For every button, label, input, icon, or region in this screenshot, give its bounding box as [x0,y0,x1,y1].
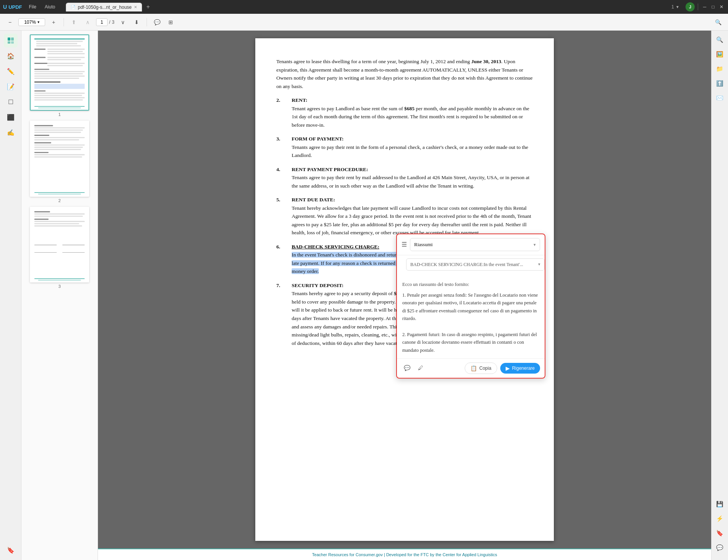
svg-rect-44 [34,149,81,150]
search-button[interactable]: 🔍 [713,17,723,28]
right-save-icon[interactable]: 💾 [714,498,726,510]
layout-button[interactable]: ⊞ [165,17,176,28]
user-avatar[interactable]: J [686,2,695,11]
left-sidebar: 🏠 ✏️ 📝 ☐ ⬛ ✍️ 🔖 [0,31,21,560]
section-5-num: 5. [276,196,286,237]
svg-rect-5 [34,38,85,40]
ai-copy-button[interactable]: 📋 Copia [465,362,497,374]
section-5: 5. RENT DUE DATE: Tenant hereby acknowle… [276,196,533,237]
svg-rect-58 [34,245,57,245]
sidebar-comment-icon[interactable]: 📝 [4,80,18,93]
section-3-body: Tenants agree to pay their rent in the f… [292,143,533,160]
svg-rect-49 [38,194,81,194]
help-menu[interactable]: Aiuto [41,3,59,11]
pdf-page-view[interactable]: Tenants agree to lease this dwelling for… [98,31,711,549]
right-bookmark-icon[interactable]: 🔖 [714,527,726,539]
section-4-num: 4. [276,166,286,190]
svg-rect-54 [34,219,49,220]
active-tab[interactable]: 📄 pdf-1050g-s...nt_or_house ✕ [66,3,142,11]
svg-rect-38 [34,135,49,136]
zoom-in-button[interactable]: + [48,17,59,28]
sidebar-home-icon[interactable]: 🏠 [4,49,18,63]
svg-rect-42 [34,144,85,145]
thumbnail-image-1[interactable] [30,34,89,111]
thumbnail-label-3: 3 [58,284,60,289]
svg-rect-29 [34,97,85,98]
svg-rect-39 [34,137,85,138]
right-search-icon[interactable]: 🔍 [714,34,726,46]
next-page-button[interactable]: ∨ [118,17,128,28]
section-4-title: RENT PAYMENT PROCEDURE: [292,166,533,173]
toolbar-separator-2 [147,18,147,26]
svg-rect-45 [34,152,49,153]
tab-close-button[interactable]: ✕ [134,5,137,9]
svg-rect-52 [34,213,85,214]
section-2-title: RENT: [292,96,533,104]
sidebar-edit-icon[interactable]: ✏️ [4,64,18,78]
thumbnail-label-2: 2 [58,198,60,203]
svg-rect-4 [31,35,88,110]
sidebar-bookmark-icon[interactable]: 🔖 [4,543,18,557]
svg-rect-7 [36,43,77,44]
maximize-button[interactable]: □ [710,3,717,10]
sidebar-sign-icon[interactable]: ✍️ [4,126,18,139]
pdf-footer: Teacher Resources for Consumer.gov | Dev… [98,549,711,560]
right-upload-icon[interactable]: ⬆️ [714,77,726,90]
right-chat-icon[interactable]: 💬 [714,542,726,554]
section-3: 3. FORM OF PAYMENT: Tenants agree to pay… [276,135,533,159]
sidebar-protect-icon[interactable]: ⬛ [4,110,18,124]
section-4: 4. RENT PAYMENT PROCEDURE: Tenants agree… [276,166,533,190]
sidebar-thumbnail-icon[interactable] [4,34,18,47]
pdf-document: Tenants agree to lease this dwelling for… [255,38,554,541]
window-controls: J ─ □ ✕ [686,2,725,11]
toolbar: − 107% ▾ + ⬆ ∧ / 3 ∨ ⬇ 💬 ⊞ 🔍 [0,14,728,31]
svg-rect-28 [34,95,82,96]
ai-source-selector[interactable]: BAD-CHECK SERVICING CHARGE:In the event … [406,258,545,271]
new-tab-button[interactable]: + [144,2,153,11]
prev-page-button[interactable]: ∧ [82,17,93,28]
svg-rect-14 [47,57,85,58]
svg-rect-0 [8,38,10,41]
zoom-out-button[interactable]: − [5,17,15,28]
ai-copy-label: Copia [479,366,491,371]
svg-rect-25 [34,84,85,89]
ai-panel: ☰ Riassumi ▾ BAD-CHECK SERVICING CHARGE:… [396,233,545,379]
thumbnail-image-2[interactable] [30,121,89,197]
right-image-icon[interactable]: 🖼️ [714,48,726,60]
file-menu[interactable]: File [25,3,40,11]
section1-continuation: Tenants agree to lease this dwelling for… [276,57,533,90]
current-page-input[interactable] [96,18,108,26]
right-mail-icon[interactable]: ✉️ [714,92,726,104]
ai-copy-icon: 📋 [470,365,477,371]
first-page-button[interactable]: ⬆ [69,17,79,28]
svg-rect-47 [34,156,82,157]
app-logo: U UPDF [3,4,22,10]
ai-chat-icon[interactable]: 💬 [402,363,412,374]
svg-rect-27 [34,93,85,94]
thumbnail-page-2[interactable]: 2 [25,121,94,203]
ai-mode-chevron-icon: ▾ [534,242,536,248]
svg-rect-6 [36,41,83,42]
ai-regenerate-button[interactable]: ▶ Rigenerare [500,363,540,374]
svg-rect-16 [34,63,47,64]
svg-rect-35 [34,127,85,128]
right-sidebar-bottom: 💾 ⚡ 🔖 💬 [714,498,726,557]
comment-button[interactable]: 💬 [152,17,162,28]
right-ai-icon[interactable]: ⚡ [714,513,726,525]
sidebar-form-icon[interactable]: ☐ [4,95,18,109]
zoom-level-display[interactable]: 107% ▾ [18,18,45,26]
thumbnail-page-1[interactable]: 1 [25,34,94,117]
thumbnail-image-3[interactable] [30,207,89,283]
ai-edit-icon[interactable]: 🖊 [415,363,426,374]
section-3-title: FORM OF PAYMENT: [292,135,533,143]
minimize-button[interactable]: ─ [701,3,708,10]
last-page-button[interactable]: ⬇ [131,17,142,28]
tab-pdf-icon: 📄 [71,5,75,9]
main-layout: 🏠 ✏️ 📝 ☐ ⬛ ✍️ 🔖 [0,31,728,560]
thumbnail-page-3[interactable]: 3 [25,207,94,289]
close-button[interactable]: ✕ [718,3,725,10]
svg-rect-51 [34,211,50,212]
right-folder-icon[interactable]: 📁 [714,63,726,75]
ai-mode-selector[interactable]: Riassumi ▾ [410,238,540,251]
section-6-num: 6. [276,243,286,276]
